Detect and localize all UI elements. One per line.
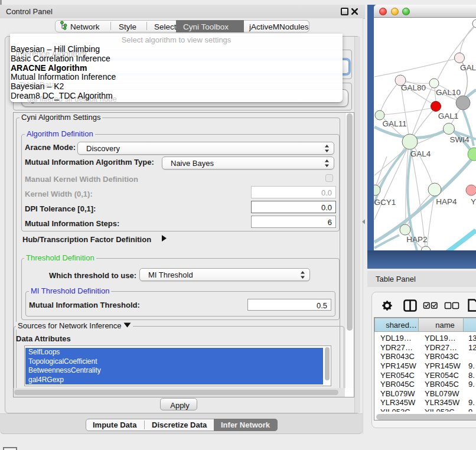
svg-text:HAP2: HAP2 [406,235,427,244]
svg-text:GAL10: GAL10 [436,88,461,97]
svg-text:HAP4: HAP4 [436,197,457,206]
svg-text:GCY1: GCY1 [374,198,396,207]
svg-text:GAL1: GAL1 [438,112,459,120]
svg-text:GAL80: GAL80 [401,83,426,92]
svg-text:YB: YB [471,197,476,206]
svg-text:GAL2: GAL2 [460,63,476,72]
svg-text:GAL4: GAL4 [410,149,431,158]
svg-text:SWI4: SWI4 [449,135,469,144]
svg-text:GAL11: GAL11 [382,119,406,128]
